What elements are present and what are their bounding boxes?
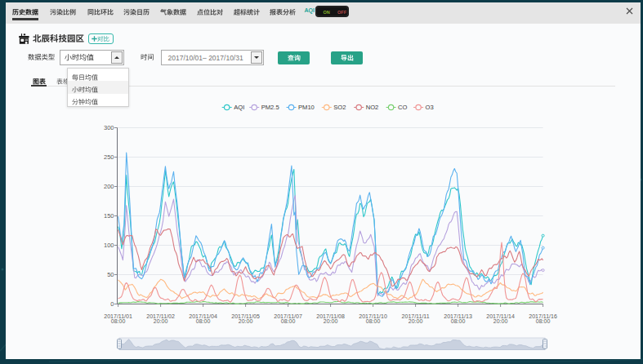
svg-text:ON: ON: [323, 10, 329, 15]
svg-text:OFF: OFF: [337, 10, 347, 15]
